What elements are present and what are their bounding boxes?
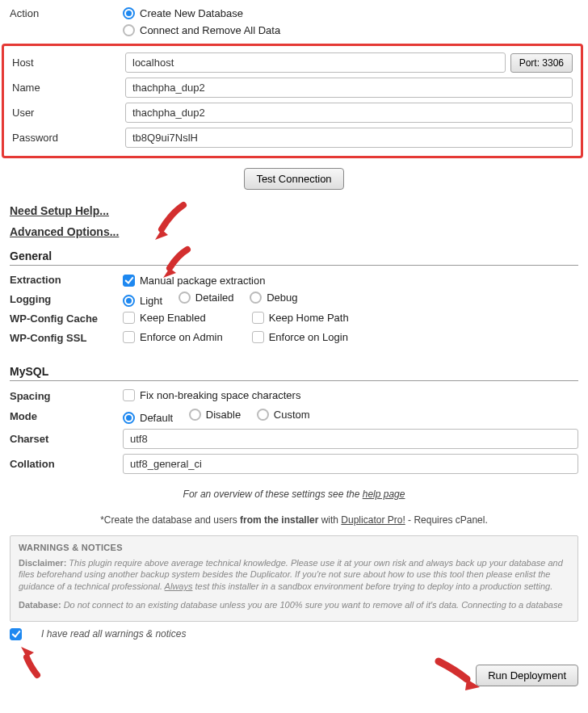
collation-input[interactable] <box>123 454 578 474</box>
charset-input[interactable] <box>123 429 578 449</box>
run-deployment-button[interactable]: Run Deployment <box>476 665 578 686</box>
host-input[interactable] <box>125 52 506 73</box>
setup-help-link[interactable]: Need Setup Help... <box>10 204 109 217</box>
name-input[interactable] <box>125 78 573 98</box>
logging-radio-light[interactable]: Light <box>123 295 162 307</box>
db-credentials-box: Host Port: 3306 Name User Password <box>2 44 583 158</box>
mysql-header: MySQL <box>10 365 578 381</box>
advanced-options-link[interactable]: Advanced Options... <box>10 225 119 238</box>
name-label: Name <box>12 82 125 94</box>
wpssl-enforce-admin[interactable]: Enforce on Admin <box>123 331 236 343</box>
extraction-checkbox[interactable]: Manual package extraction <box>123 275 265 287</box>
test-connection-button[interactable]: Test Connection <box>244 168 343 190</box>
duplicator-pro-hint: *Create the database and users from the … <box>10 514 578 526</box>
password-input[interactable] <box>125 128 573 148</box>
spacing-label: Spacing <box>10 390 123 402</box>
collation-label: Collation <box>10 458 123 470</box>
charset-label: Charset <box>10 433 123 445</box>
logging-radio-detailed[interactable]: Detailed <box>178 291 234 304</box>
radio-indicator <box>123 7 135 19</box>
general-header: General <box>10 250 578 266</box>
warnings-box: WARNINGS & NOTICES Disclaimer: This plug… <box>10 535 578 622</box>
action-label: Action <box>10 7 123 19</box>
mode-radio-custom[interactable]: Custom <box>257 409 310 421</box>
wpcache-keep-home-path[interactable]: Keep Home Path <box>252 312 349 324</box>
checkbox-indicator <box>123 275 135 287</box>
checkbox-indicator <box>10 628 22 640</box>
logging-label: Logging <box>10 293 123 305</box>
warnings-title: WARNINGS & NOTICES <box>19 543 569 552</box>
mode-radio-default[interactable]: Default <box>123 412 173 424</box>
confirm-label: I have read all warnings & notices <box>41 628 186 640</box>
help-page-link[interactable]: help page <box>363 489 405 500</box>
mode-label: Mode <box>10 410 123 422</box>
password-label: Password <box>12 132 125 144</box>
extraction-label: Extraction <box>10 274 123 286</box>
wpssl-label: WP-Config SSL <box>10 332 123 344</box>
wpssl-enforce-login[interactable]: Enforce on Login <box>252 331 348 343</box>
user-label: User <box>12 107 125 119</box>
wpcache-keep-enabled[interactable]: Keep Enabled <box>123 312 236 324</box>
action-radio-create[interactable]: Create New Database <box>123 7 243 19</box>
confirm-checkbox[interactable] <box>10 628 22 640</box>
user-input[interactable] <box>125 103 573 123</box>
mode-radio-disable[interactable]: Disable <box>189 409 241 421</box>
spacing-checkbox[interactable]: Fix non-breaking space characters <box>123 389 300 401</box>
port-button[interactable]: Port: 3306 <box>510 53 573 73</box>
duplicator-pro-link[interactable]: Duplicator Pro! <box>341 514 405 526</box>
host-label: Host <box>12 57 125 69</box>
wpcache-label: WP-Config Cache <box>10 312 123 325</box>
logging-radio-debug[interactable]: Debug <box>250 291 297 304</box>
action-radio-remove[interactable]: Connect and Remove All Data <box>123 24 280 36</box>
radio-indicator <box>123 24 135 36</box>
